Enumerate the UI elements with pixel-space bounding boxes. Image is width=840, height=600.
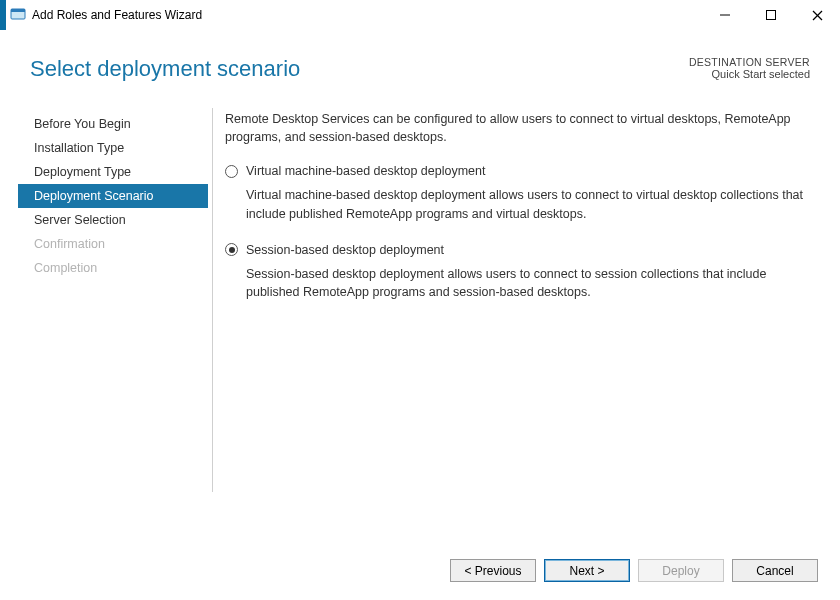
destination-block: DESTINATION SERVER Quick Start selected <box>689 56 810 80</box>
content-pane: Remote Desktop Services can be configure… <box>225 100 822 500</box>
close-button[interactable] <box>794 0 840 30</box>
radio-icon[interactable] <box>225 243 238 256</box>
radio-icon[interactable] <box>225 165 238 178</box>
option-vm-based[interactable]: Virtual machine-based desktop deployment <box>225 162 822 180</box>
header: Select deployment scenario DESTINATION S… <box>0 30 840 90</box>
option-label: Session-based desktop deployment <box>246 241 444 259</box>
intro-text: Remote Desktop Services can be configure… <box>225 110 822 146</box>
nav-deployment-type[interactable]: Deployment Type <box>18 160 208 184</box>
body: Before You Begin Installation Type Deplo… <box>0 90 840 500</box>
destination-label: DESTINATION SERVER <box>689 56 810 68</box>
footer: < Previous Next > Deploy Cancel <box>0 559 840 582</box>
nav-before-you-begin[interactable]: Before You Begin <box>18 112 208 136</box>
nav-confirmation: Confirmation <box>18 232 208 256</box>
previous-button[interactable]: < Previous <box>450 559 536 582</box>
option-vm-based-description: Virtual machine-based desktop deployment… <box>246 186 822 222</box>
deploy-button: Deploy <box>638 559 724 582</box>
app-icon <box>10 7 26 23</box>
nav-installation-type[interactable]: Installation Type <box>18 136 208 160</box>
svg-rect-1 <box>11 9 25 12</box>
option-label: Virtual machine-based desktop deployment <box>246 162 486 180</box>
page-title: Select deployment scenario <box>30 56 689 82</box>
next-button[interactable]: Next > <box>544 559 630 582</box>
vertical-divider <box>212 108 213 492</box>
titlebar: Add Roles and Features Wizard <box>0 0 840 30</box>
accent-strip <box>0 0 6 30</box>
window-title: Add Roles and Features Wizard <box>32 8 202 22</box>
cancel-button[interactable]: Cancel <box>732 559 818 582</box>
svg-rect-3 <box>767 11 776 20</box>
option-session-based[interactable]: Session-based desktop deployment <box>225 241 822 259</box>
nav-completion: Completion <box>18 256 208 280</box>
minimize-button[interactable] <box>702 0 748 30</box>
destination-value: Quick Start selected <box>689 68 810 80</box>
maximize-button[interactable] <box>748 0 794 30</box>
wizard-nav: Before You Begin Installation Type Deplo… <box>18 100 208 500</box>
option-session-based-description: Session-based desktop deployment allows … <box>246 265 822 301</box>
nav-server-selection[interactable]: Server Selection <box>18 208 208 232</box>
window-controls <box>702 0 840 30</box>
nav-deployment-scenario[interactable]: Deployment Scenario <box>18 184 208 208</box>
